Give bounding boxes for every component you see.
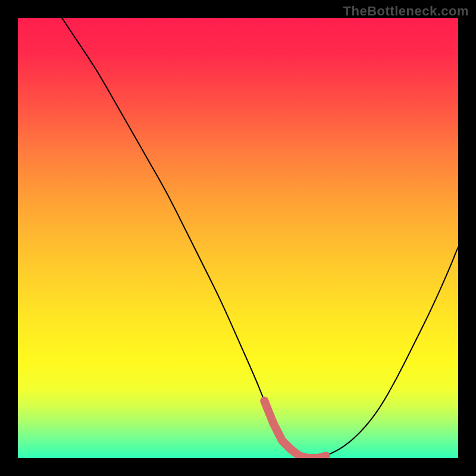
- highlight-stroke: [264, 401, 326, 458]
- chart-container: TheBottleneck.com: [0, 0, 476, 476]
- chart-svg: [18, 18, 458, 458]
- highlight-region: [260, 397, 326, 458]
- bottleneck-curve: [62, 18, 458, 458]
- watermark-text: TheBottleneck.com: [343, 4, 469, 19]
